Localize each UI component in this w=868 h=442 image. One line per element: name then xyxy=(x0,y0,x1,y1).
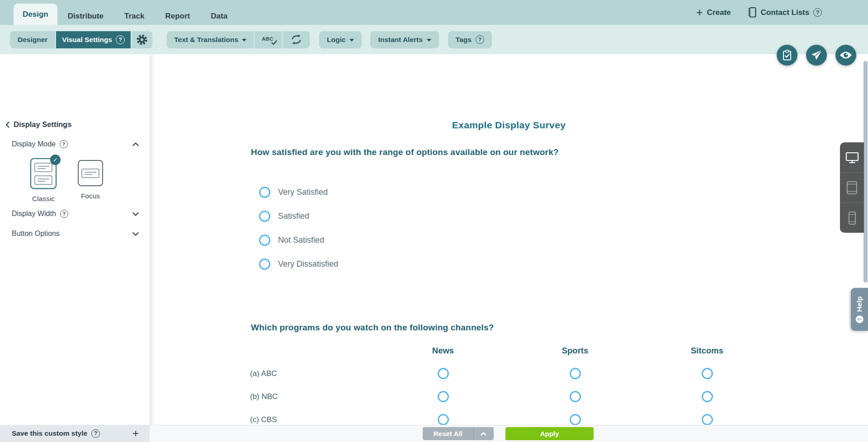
tab-data[interactable]: Data xyxy=(200,8,238,25)
grid-cell xyxy=(377,368,509,379)
chevron-down-icon[interactable] xyxy=(132,212,139,216)
chevron-down-icon[interactable] xyxy=(132,232,139,236)
tab-design[interactable]: Design xyxy=(14,4,57,25)
instant-alerts-button[interactable]: Instant Alerts xyxy=(370,31,439,48)
focus-mode-thumbnail[interactable] xyxy=(78,160,103,186)
main-tabs: Design Distribute Track Report Data xyxy=(14,4,238,25)
radio-button[interactable] xyxy=(259,187,270,198)
tags-help-icon[interactable]: ? xyxy=(476,35,484,44)
device-preview-panel xyxy=(840,142,864,233)
logic-button[interactable]: Logic xyxy=(319,31,362,48)
help-tab[interactable]: ? Help xyxy=(851,288,868,331)
test-survey-button[interactable] xyxy=(777,45,797,66)
radio-label: Not Satisfied xyxy=(278,235,324,245)
tablet-preview-button[interactable] xyxy=(840,172,864,202)
notebook-icon xyxy=(747,7,757,18)
radio-button[interactable] xyxy=(702,368,713,379)
designer-button[interactable]: Designer xyxy=(10,31,55,48)
radio-option[interactable]: Very Satisfied xyxy=(259,187,338,197)
grid-row-label: (c) CBS xyxy=(250,415,377,424)
tab-report[interactable]: Report xyxy=(155,8,200,25)
clipboard-check-icon xyxy=(782,50,792,61)
app-window: Design Distribute Track Report Data + Cr… xyxy=(0,0,868,442)
chevron-down-icon xyxy=(427,39,431,42)
mobile-icon xyxy=(848,211,857,225)
desktop-preview-button[interactable] xyxy=(840,142,864,172)
chevron-up-icon[interactable] xyxy=(132,142,139,146)
radio-button[interactable] xyxy=(702,391,713,402)
visual-settings-label: Visual Settings xyxy=(62,36,112,44)
eye-icon xyxy=(839,51,853,60)
contact-lists-help-icon[interactable]: ? xyxy=(813,8,822,17)
grid-column-header: Sitcoms xyxy=(641,340,773,362)
spell-check-button[interactable]: ABC xyxy=(255,31,282,48)
create-button[interactable]: + Create xyxy=(696,8,731,17)
content-scrollbar[interactable] xyxy=(863,61,868,282)
button-options-section-header[interactable]: Button Options xyxy=(12,230,139,238)
radio-button[interactable] xyxy=(438,391,449,402)
add-style-button[interactable]: + xyxy=(132,429,139,438)
button-options-label: Button Options xyxy=(12,230,60,238)
grid-cell xyxy=(641,368,773,379)
find-replace-button[interactable] xyxy=(283,31,310,48)
radio-button[interactable] xyxy=(570,368,581,379)
reset-options-toggle[interactable] xyxy=(474,427,494,440)
radio-button[interactable] xyxy=(438,368,449,379)
visual-settings-help-icon[interactable]: ? xyxy=(116,35,125,44)
save-style-footer: Save this custom style ? + xyxy=(0,425,150,442)
display-mode-help-icon[interactable]: ? xyxy=(60,140,68,148)
radio-option[interactable]: Satisfied xyxy=(259,211,338,221)
display-width-help-icon[interactable]: ? xyxy=(60,210,68,218)
radio-button[interactable] xyxy=(570,414,581,425)
mobile-preview-button[interactable] xyxy=(840,202,864,233)
grid-cell xyxy=(509,368,641,379)
reset-all-button[interactable]: Reset All xyxy=(423,427,494,440)
tab-distribute[interactable]: Distribute xyxy=(57,8,114,25)
text-translations-button[interactable]: Text & Translations xyxy=(167,31,254,48)
designer-mode-group: Designer Visual Settings ? xyxy=(10,31,152,48)
mode-option-focus[interactable]: Focus xyxy=(78,158,103,203)
visual-settings-button[interactable]: Visual Settings ? xyxy=(56,31,131,48)
chevron-down-icon xyxy=(349,39,354,42)
tablet-icon xyxy=(846,181,858,195)
radio-option[interactable]: Not Satisfied xyxy=(259,235,338,245)
contact-lists-button[interactable]: Contact Lists ? xyxy=(747,7,822,18)
mode-option-classic[interactable]: ✓ Classic xyxy=(30,158,57,203)
desktop-icon xyxy=(845,151,859,164)
design-toolbar: Designer Visual Settings ? Text & Transl… xyxy=(0,25,868,54)
send-survey-button[interactable] xyxy=(806,45,827,66)
mode-label: Classic xyxy=(32,195,55,203)
radio-label: Satisfied xyxy=(278,212,309,221)
radio-button[interactable] xyxy=(259,211,270,222)
display-mode-section-header[interactable]: Display Mode ? xyxy=(12,140,139,148)
mode-label: Focus xyxy=(81,192,100,200)
classic-mode-thumbnail[interactable]: ✓ xyxy=(30,158,57,189)
display-settings-back[interactable]: Display Settings xyxy=(5,120,71,129)
style-settings-button[interactable] xyxy=(132,31,152,48)
designer-label: Designer xyxy=(18,36,47,44)
topbar-actions: + Create Contact Lists ? xyxy=(696,0,822,25)
grid-cell xyxy=(509,391,641,402)
radio-button[interactable] xyxy=(438,414,449,425)
help-question-icon: ? xyxy=(856,315,863,323)
radio-button[interactable] xyxy=(702,414,713,425)
grid-column-header: Sports xyxy=(509,340,641,362)
grid-cell xyxy=(377,391,509,402)
radio-button[interactable] xyxy=(570,391,581,402)
selected-check-icon: ✓ xyxy=(50,155,61,165)
save-style-help-icon[interactable]: ? xyxy=(91,429,100,438)
display-width-section-header[interactable]: Display Width ? xyxy=(12,210,139,218)
paper-plane-icon xyxy=(811,50,822,61)
save-style-label: Save this custom style xyxy=(12,429,87,437)
apply-button[interactable]: Apply xyxy=(505,427,594,440)
grid-cell xyxy=(377,414,509,425)
tags-button[interactable]: Tags ? xyxy=(448,31,492,48)
radio-button[interactable] xyxy=(259,259,270,270)
display-settings-sidebar: Display Settings Display Mode ? ✓ Classi… xyxy=(0,54,150,425)
preview-button[interactable] xyxy=(835,45,856,66)
tab-track[interactable]: Track xyxy=(114,8,155,25)
radio-option[interactable]: Very Dissatisfied xyxy=(259,259,338,269)
question-1-text: How satisfied are you with the range of … xyxy=(251,147,559,157)
display-width-label: Display Width xyxy=(12,210,56,218)
radio-button[interactable] xyxy=(259,235,270,246)
